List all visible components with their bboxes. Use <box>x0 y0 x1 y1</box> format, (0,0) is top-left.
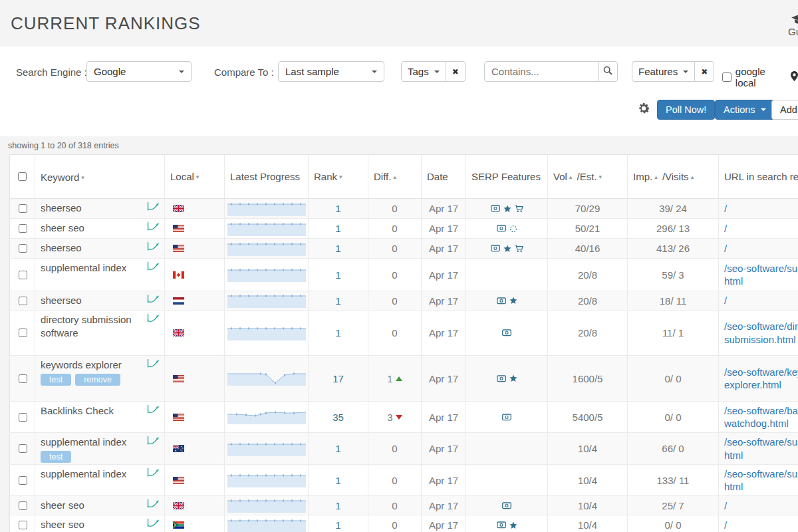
result-url-link[interactable]: /seo-software/suphtml <box>724 436 798 462</box>
header-label: Diff. <box>374 171 391 182</box>
row-checkbox[interactable] <box>19 329 27 337</box>
keyword-tag[interactable]: remove <box>75 374 120 386</box>
trend-chart-icon[interactable] <box>147 241 160 251</box>
progress-sparkline[interactable] <box>227 221 306 236</box>
progress-sparkline[interactable] <box>227 293 306 308</box>
trend-chart-icon[interactable] <box>147 467 160 477</box>
keyword-tag[interactable]: test <box>41 451 71 463</box>
result-url-link[interactable]: / <box>724 242 727 255</box>
country-flag-icon-gb <box>173 502 184 509</box>
result-url-link[interactable]: / <box>724 499 727 513</box>
row-checkbox[interactable] <box>19 521 27 529</box>
header-label: Keyword <box>41 172 79 183</box>
result-url-link[interactable]: /seo-software/keyexplorer.html <box>724 366 798 392</box>
trend-chart-icon[interactable] <box>147 294 160 304</box>
trend-chart-icon[interactable] <box>147 261 160 271</box>
features-clear-button[interactable]: ✖ <box>694 61 714 82</box>
search-button[interactable] <box>598 61 618 82</box>
date-value: Apr 17 <box>429 269 458 281</box>
local-cell <box>165 402 225 432</box>
local-cell <box>165 259 225 291</box>
row-checkbox[interactable] <box>19 244 27 253</box>
imp-visits-cell: 39/ 24 <box>628 199 719 218</box>
progress-sparkline[interactable] <box>227 498 306 513</box>
trend-chart-icon[interactable] <box>147 404 160 414</box>
column-header-rank[interactable]: Rank▾ <box>309 155 368 198</box>
progress-sparkline[interactable] <box>227 201 306 216</box>
trend-chart-icon[interactable] <box>147 358 160 368</box>
row-checkbox[interactable] <box>19 204 27 213</box>
row-checkbox[interactable] <box>19 444 27 453</box>
row-checkbox[interactable] <box>19 297 27 305</box>
date-cell: Apr 17 <box>422 199 466 218</box>
trend-chart-icon[interactable] <box>147 518 160 528</box>
imp-visits-cell: 25/ 7 <box>628 496 719 515</box>
column-header-keyword[interactable]: Keyword▾ <box>35 155 165 198</box>
poll-now-button[interactable]: Poll Now! <box>657 100 715 120</box>
impressions-value: 0/ 0 <box>664 412 681 423</box>
features-dropdown-button[interactable]: Features <box>632 61 695 82</box>
result-url-link[interactable]: / <box>724 202 727 215</box>
tags-clear-button[interactable]: ✖ <box>446 61 466 82</box>
column-header-diff[interactable]: Diff.▴ <box>368 155 422 198</box>
result-url-link[interactable]: /seo-software/diresubmission.html <box>724 320 798 346</box>
progress-sparkline[interactable] <box>227 410 306 424</box>
local-cell <box>165 199 225 218</box>
guide-link[interactable]: Gu <box>788 15 798 37</box>
progress-sparkline[interactable] <box>227 371 306 386</box>
result-url-link[interactable]: / <box>724 294 727 307</box>
keyword-tag[interactable]: test <box>41 374 71 386</box>
progress-sparkline[interactable] <box>227 241 306 256</box>
result-url-link[interactable]: / <box>724 519 727 532</box>
progress-sparkline[interactable] <box>227 518 306 532</box>
rank-value: 1 <box>335 475 340 486</box>
serp-money-icon <box>502 329 511 336</box>
search-engine-select[interactable]: Google <box>86 61 192 82</box>
gear-icon[interactable] <box>636 101 651 118</box>
sort-caret-icon: ▴ <box>393 174 396 180</box>
volume-value: 5400/5 <box>573 412 603 423</box>
progress-sparkline[interactable] <box>227 442 306 456</box>
progress-sparkline[interactable] <box>227 267 306 282</box>
row-checkbox[interactable] <box>19 413 27 422</box>
progress-sparkline[interactable] <box>227 326 306 340</box>
progress-sparkline[interactable] <box>227 473 306 487</box>
row-checkbox[interactable] <box>19 501 27 510</box>
vol-est-cell: 10/4 <box>548 433 628 464</box>
column-header-local[interactable]: Local▾ <box>165 155 225 198</box>
date-cell: Apr 17 <box>422 496 466 515</box>
tags-dropdown-button[interactable]: Tags <box>401 61 446 82</box>
serp-money-icon <box>497 297 506 305</box>
table-row: supplemental index10Apr 1710/4133/ 11/se… <box>10 465 798 496</box>
serp-star-icon <box>509 297 517 305</box>
serp-dotted-circle-icon <box>509 225 517 233</box>
google-local-checkbox[interactable] <box>722 72 732 82</box>
country-flag-icon-us <box>173 245 184 252</box>
row-checkbox[interactable] <box>19 224 27 233</box>
result-url-link[interactable]: / <box>724 222 727 235</box>
row-checkbox[interactable] <box>19 374 27 383</box>
actions-dropdown-button[interactable]: Actions <box>715 100 775 120</box>
google-local-checkbox-row: google local <box>722 66 798 88</box>
impressions-value: 59/ 3 <box>662 269 684 281</box>
trend-chart-icon[interactable] <box>147 313 160 323</box>
add-keywords-button[interactable]: Add K <box>771 100 798 120</box>
trend-chart-icon[interactable] <box>147 499 160 509</box>
result-url-link[interactable]: /seo-software/bacwatchdog.html <box>724 404 798 430</box>
trend-chart-icon[interactable] <box>147 201 160 211</box>
compare-to-select[interactable]: Last sample <box>278 61 384 82</box>
result-url-link[interactable]: /seo-software/suphtml <box>724 467 798 493</box>
column-header-imp-visits[interactable]: Imp.▴ /Visits▴ <box>628 155 719 198</box>
select-all-checkbox[interactable] <box>18 172 27 181</box>
diff-cell: 0 <box>368 465 422 495</box>
row-checkbox[interactable] <box>19 271 27 279</box>
result-url-link[interactable]: /seo-software/suphtml <box>724 262 798 288</box>
contains-input[interactable] <box>484 61 598 82</box>
trend-chart-icon[interactable] <box>147 221 160 231</box>
filter-panel: Search Engine : Google Compare To : Last… <box>0 47 798 136</box>
column-header-vol-est[interactable]: Vol▴ /Est.▾ <box>548 155 628 198</box>
row-checkbox[interactable] <box>19 476 27 485</box>
trend-chart-icon[interactable] <box>147 436 160 446</box>
serp-features-cell <box>466 356 548 401</box>
diff-value: 0 <box>392 295 397 307</box>
